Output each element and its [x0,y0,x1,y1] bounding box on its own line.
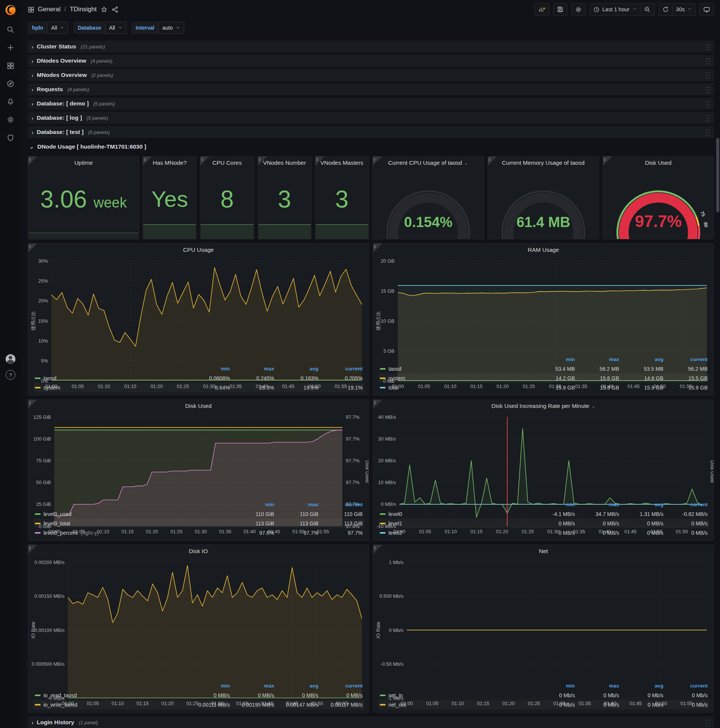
panel-title[interactable]: Disk Used [28,400,369,412]
variable-database-value-dropdown[interactable]: All [105,22,127,34]
legend-series-label[interactable]: level0_used [44,511,72,517]
row-drag-handle[interactable] [705,86,710,93]
admin-shield-icon[interactable] [3,132,18,144]
panel-info-icon[interactable]: i [315,156,324,165]
row-dnodes-overview[interactable]: › DNodes Overview (4 panels) [28,55,714,67]
legend-series-label[interactable]: level1 [389,520,403,526]
legend-col-avg[interactable]: avg [619,683,664,688]
row-drag-handle[interactable] [705,43,710,50]
user-avatar[interactable] [6,354,15,364]
share-icon[interactable] [111,6,119,13]
breadcrumb-dashboard-title[interactable]: TDinsight [70,6,97,13]
row-drag-handle[interactable] [705,72,710,79]
panel-title[interactable]: Disk Used Increasing Rate per Minute ⌄ [373,400,714,412]
legend-col-max[interactable]: max [575,356,619,362]
variable-fqdn-value-dropdown[interactable]: All [47,22,68,34]
dashboard-settings-button[interactable] [571,3,586,16]
legend-series-label[interactable]: level0_total [44,520,70,526]
legend-col-min[interactable]: min [531,683,575,688]
panel-info-icon[interactable]: i [373,156,382,165]
legend-col-min[interactable]: min [186,683,230,688]
panel-info-icon[interactable]: i [28,400,37,409]
legend-series-label[interactable]: net_in [389,692,403,698]
time-range-button[interactable]: Last 1 hour [589,3,641,16]
settings-gear-icon[interactable] [3,113,18,126]
row-database-log[interactable]: › Database: [ log ] (5 panels) [28,112,714,124]
panel-title[interactable]: Disk Used [603,156,714,169]
legend-series-label[interactable]: system [44,385,60,391]
panel-info-icon[interactable]: i [603,156,612,165]
save-dashboard-button[interactable] [553,3,567,16]
legend-col-min[interactable]: min [230,502,274,507]
legend-col-avg[interactable]: avg [619,502,664,507]
legend-col-avg[interactable]: avg [619,356,664,362]
panel-info-icon[interactable]: i [258,156,267,165]
panel-info-icon[interactable]: i [143,156,152,165]
legend-col-max[interactable]: max [575,683,619,688]
legend-series-label[interactable]: io_read_taosd [44,692,77,698]
grafana-logo-icon[interactable] [4,4,17,17]
row-drag-handle[interactable] [705,57,710,64]
panel-title[interactable]: RAM Usage [373,243,714,256]
panel-title[interactable]: Disk IO [28,545,369,558]
star-icon[interactable] [101,6,108,13]
legend-series-label[interactable]: level0_percent [44,530,78,536]
explore-compass-icon[interactable] [3,77,18,90]
panel-info-icon[interactable]: i [200,156,209,165]
legend-series-label[interactable]: io_write_taosd [44,702,77,708]
dashboards-icon[interactable] [3,59,18,72]
alerting-bell-icon[interactable] [3,95,18,108]
row-login-history[interactable]: › Login History (1 panel) [28,716,714,728]
row-dnode-usage[interactable]: ⌄ DNode Usage [ huolinhe-TM1701:6030 ] [28,140,714,153]
legend-col-current[interactable]: current [318,366,363,372]
row-drag-handle[interactable] [705,719,710,726]
legend-col-current[interactable]: current [664,683,708,688]
zoom-out-time-button[interactable] [641,3,655,16]
panel-info-icon[interactable]: i [373,400,382,409]
legend-col-current[interactable]: current [318,502,363,507]
legend-col-current[interactable]: current [664,502,708,507]
legend-series-label[interactable]: taosd [389,366,401,372]
row-database-test[interactable]: › Database: [ test ] (5 panels) [28,126,714,138]
row-database-demo[interactable]: › Database: [ demo ] (5 panels) [28,98,714,110]
add-panel-button[interactable] [534,3,549,16]
row-drag-handle[interactable] [705,129,710,136]
legend-series-label[interactable]: system [389,375,405,381]
panel-title[interactable]: Current CPU Usage of taosd ⌄ [373,156,484,169]
legend-col-current[interactable]: current [318,683,363,688]
legend-col-max[interactable]: max [230,366,274,372]
breadcrumb-folder[interactable]: General [38,6,60,13]
panel-title[interactable]: CPU Usage [28,243,369,256]
row-drag-handle[interactable] [705,100,710,107]
legend-col-avg[interactable]: avg [274,683,318,688]
search-icon[interactable] [3,23,18,36]
legend-col-max[interactable]: max [575,502,619,507]
legend-col-current[interactable]: current [664,356,708,362]
legend-col-min[interactable]: min [186,366,230,372]
page-scrollbar-thumb[interactable] [716,138,719,213]
row-drag-handle[interactable] [705,115,710,122]
legend-series-label[interactable]: net_out [389,702,406,708]
panel-title[interactable]: Current Memory Usage of taosd [488,156,599,169]
refresh-interval-button[interactable]: 30s [673,3,696,16]
tv-mode-button[interactable] [699,3,714,16]
legend-series-label[interactable]: total [389,385,398,391]
legend-col-min[interactable]: min [531,356,575,362]
row-mnodes-overview[interactable]: › MNodes Overview (2 panels) [28,69,714,81]
refresh-button[interactable] [659,3,673,16]
row-requests[interactable]: › Requests (4 panels) [28,83,714,95]
panel-info-icon[interactable]: i [28,156,37,165]
legend-col-min[interactable]: min [531,502,575,507]
legend-series-label[interactable]: level0 [389,511,403,517]
panel-title[interactable]: Uptime [28,156,139,169]
legend-col-max[interactable]: max [274,502,318,507]
create-plus-icon[interactable] [3,41,18,54]
legend-col-avg[interactable]: avg [274,366,318,372]
panel-info-icon[interactable]: i [28,243,37,252]
panel-title[interactable]: Net [373,545,714,558]
legend-series-label[interactable]: level2 [389,530,403,536]
panel-info-icon[interactable]: i [373,243,382,252]
panel-info-icon[interactable]: i [373,545,382,554]
panel-info-icon[interactable]: i [28,545,37,554]
legend-series-label[interactable]: taosd [44,375,56,381]
